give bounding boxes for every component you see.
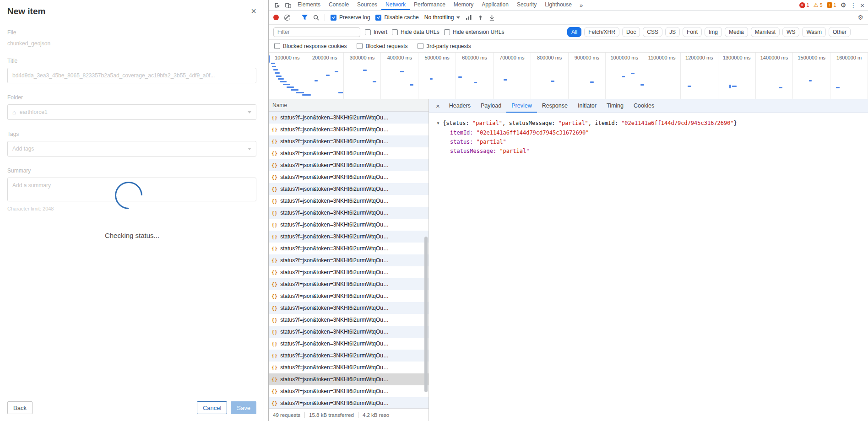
filter-chip-fetch-xhr[interactable]: Fetch/XHR (584, 27, 619, 37)
panel-tab-sources[interactable]: Sources (353, 0, 381, 10)
details-tab-cookies[interactable]: Cookies (629, 99, 659, 113)
request-row[interactable]: {}status?f=json&token=3NKHt6i2urmWtqOu… (269, 314, 429, 326)
device-toolbar-icon[interactable] (282, 2, 293, 8)
network-conditions-icon[interactable] (466, 15, 472, 20)
request-row[interactable]: {}status?f=json&token=3NKHt6i2urmWtqOu… (269, 254, 429, 266)
details-tab-preview[interactable]: Preview (506, 99, 537, 113)
filter-funnel-icon[interactable] (302, 15, 308, 20)
request-row[interactable]: {}status?f=json&token=3NKHt6i2urmWtqOu… (269, 195, 429, 207)
save-button[interactable]: Save (231, 401, 256, 414)
name-column-header[interactable]: Name (269, 99, 429, 112)
request-row[interactable]: {}status?f=json&token=3NKHt6i2urmWtqOu… (269, 159, 429, 171)
request-row[interactable]: {}status?f=json&token=3NKHt6i2urmWtqOu… (269, 112, 429, 124)
expand-caret-icon[interactable]: ▼ (436, 119, 440, 128)
blocked-response-cookies-checkbox[interactable]: Blocked response cookies (274, 43, 347, 49)
tags-select[interactable]: Add tags (7, 141, 256, 157)
details-tab-headers[interactable]: Headers (444, 99, 476, 113)
clear-icon[interactable] (284, 15, 290, 21)
details-tab-payload[interactable]: Payload (476, 99, 506, 113)
title-field[interactable]: bd4d9da_3ea3_45be_8065_823357b2a5ad_cove… (7, 68, 256, 83)
hide-data-urls-checkbox[interactable]: Hide data URLs (392, 29, 439, 35)
request-row[interactable]: {}status?f=json&token=3NKHt6i2urmWtqOu… (269, 266, 429, 278)
filter-chip-wasm[interactable]: Wasm (802, 27, 826, 37)
throttling-dropdown[interactable]: No throttling (424, 14, 461, 21)
details-tab-initiator[interactable]: Initiator (573, 99, 602, 113)
settings-gear-icon[interactable]: ⚙ (841, 1, 846, 9)
request-row[interactable]: {}status?f=json&token=3NKHt6i2urmWtqOu… (269, 171, 429, 183)
filter-chip-ws[interactable]: WS (782, 27, 799, 37)
disable-cache-checkbox[interactable]: Disable cache (375, 14, 418, 21)
request-row[interactable]: {}status?f=json&token=3NKHt6i2urmWtqOu… (269, 231, 429, 243)
filter-chip-css[interactable]: CSS (643, 27, 662, 37)
json-icon: {} (271, 293, 277, 299)
folder-select[interactable]: ⌂ earthforce1 (7, 104, 256, 120)
request-row[interactable]: {}status?f=json&token=3NKHt6i2urmWtqOu… (269, 278, 429, 290)
request-name: status?f=json&token=3NKHt6i2urmWtqOu… (280, 233, 389, 240)
invert-checkbox[interactable]: Invert (365, 29, 387, 35)
request-row[interactable]: {}status?f=json&token=3NKHt6i2urmWtqOu… (269, 147, 429, 159)
network-settings-gear-icon[interactable]: ⚙ (857, 14, 863, 21)
request-row[interactable]: {}status?f=json&token=3NKHt6i2urmWtqOu… (269, 135, 429, 147)
waterfall-mark (836, 87, 840, 88)
request-row[interactable]: {}status?f=json&token=3NKHt6i2urmWtqOu… (269, 290, 429, 302)
export-har-icon[interactable] (489, 15, 495, 21)
request-row[interactable]: {}status?f=json&token=3NKHt6i2urmWtqOu… (269, 183, 429, 195)
waterfall-mark (400, 71, 404, 72)
request-row[interactable]: {}status?f=json&token=3NKHt6i2urmWtqOu… (269, 338, 429, 350)
filter-chip-manifest[interactable]: Manifest (751, 27, 780, 37)
request-row[interactable]: {}status?f=json&token=3NKHt6i2urmWtqOu… (269, 326, 429, 338)
request-row[interactable]: {}status?f=json&token=3NKHt6i2urmWtqOu… (269, 124, 429, 135)
preserve-log-checkbox[interactable]: Preserve log (331, 14, 370, 21)
network-overview-timeline[interactable]: 100000 ms200000 ms300000 ms400000 ms5000… (269, 53, 868, 99)
panel-tab-security[interactable]: Security (513, 0, 541, 10)
filter-chip-all[interactable]: All (567, 27, 581, 37)
request-row[interactable]: {}status?f=json&token=3NKHt6i2urmWtqOu… (269, 385, 429, 397)
json-icon: {} (271, 389, 277, 394)
cancel-button[interactable]: Cancel (197, 401, 227, 414)
back-button[interactable]: Back (7, 401, 33, 414)
panel-tab-memory[interactable]: Memory (450, 0, 477, 10)
details-tab-timing[interactable]: Timing (602, 99, 629, 113)
filter-chip-js[interactable]: JS (665, 27, 680, 37)
blocked-requests-checkbox[interactable]: Blocked requests (357, 43, 407, 49)
file-value: chunked_geojson (7, 40, 256, 47)
console-errors-badge[interactable]: × 1 (799, 2, 809, 8)
filter-chip-other[interactable]: Other (829, 27, 851, 37)
request-row[interactable]: {}status?f=json&token=3NKHt6i2urmWtqOu… (269, 302, 429, 314)
request-row[interactable]: {}status?f=json&token=3NKHt6i2urmWtqOu… (269, 207, 429, 219)
record-button[interactable] (273, 15, 279, 20)
request-row[interactable]: {}status?f=json&token=3NKHt6i2urmWtqOu… (269, 350, 429, 362)
filter-chip-img[interactable]: Img (705, 27, 722, 37)
issues-badge[interactable]: ! 1 (827, 2, 836, 8)
hide-extension-urls-checkbox[interactable]: Hide extension URLs (444, 29, 505, 35)
request-row[interactable]: {}status?f=json&token=3NKHt6i2urmWtqOu… (269, 373, 429, 385)
kebab-menu-icon[interactable]: ⋮ (850, 2, 856, 9)
request-row[interactable]: {}status?f=json&token=3NKHt6i2urmWtqOu… (269, 397, 429, 408)
waterfall-mark (296, 92, 304, 93)
scrollbar-thumb[interactable] (424, 237, 428, 392)
panel-tab-network[interactable]: Network (381, 0, 410, 10)
filter-input[interactable] (273, 27, 360, 37)
panel-tab-console[interactable]: Console (325, 0, 353, 10)
panel-tab-elements[interactable]: Elements (293, 0, 325, 10)
request-row[interactable]: {}status?f=json&token=3NKHt6i2urmWtqOu… (269, 243, 429, 254)
inspect-element-icon[interactable] (271, 2, 282, 8)
filter-chip-media[interactable]: Media (725, 27, 748, 37)
filter-chip-doc[interactable]: Doc (622, 27, 640, 37)
more-tabs-icon[interactable]: » (576, 2, 586, 9)
request-row[interactable]: {}status?f=json&token=3NKHt6i2urmWtqOu… (269, 362, 429, 373)
import-har-icon[interactable] (477, 15, 483, 21)
details-close-icon[interactable]: × (432, 102, 444, 110)
3rd-party-requests-checkbox[interactable]: 3rd-party requests (418, 43, 471, 49)
panel-tab-performance[interactable]: Performance (410, 0, 450, 10)
panel-tab-lighthouse[interactable]: Lighthouse (541, 0, 576, 10)
search-icon[interactable] (313, 15, 319, 21)
filter-chip-font[interactable]: Font (683, 27, 702, 37)
panel-tab-application[interactable]: Application (477, 0, 513, 10)
dialog-close-icon[interactable]: × (251, 6, 256, 16)
console-warnings-badge[interactable]: ⚠ 5 (814, 2, 823, 8)
details-tab-response[interactable]: Response (537, 99, 573, 113)
file-label: File (7, 29, 256, 36)
devtools-close-icon[interactable]: × (860, 1, 864, 9)
request-row[interactable]: {}status?f=json&token=3NKHt6i2urmWtqOu… (269, 219, 429, 231)
